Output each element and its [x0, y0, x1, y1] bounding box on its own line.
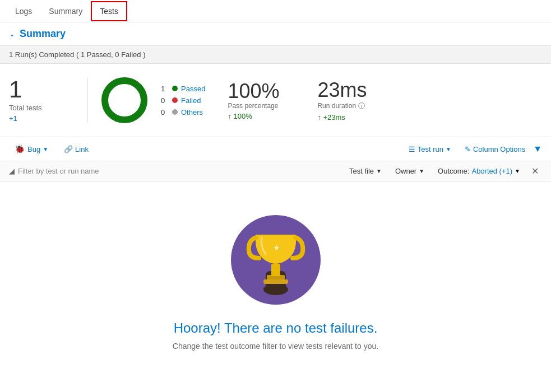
failed-label[interactable]: Failed [181, 96, 201, 105]
empty-subtext: Change the test outcome filter to view t… [173, 342, 378, 351]
bug-icon: 🐞 [15, 144, 25, 154]
outcome-value-text: Aborted (+1) [471, 167, 512, 175]
owner-chevron-icon: ▼ [419, 168, 424, 174]
legend-count-failed: 0 [161, 96, 169, 105]
tab-tests[interactable]: Tests [91, 1, 127, 21]
pass-pct-delta: ↑ 100% [228, 112, 300, 120]
chart-legend: 1 Passed 0 Failed 0 Others [161, 85, 205, 116]
failed-dot [172, 97, 178, 103]
total-tests-label: Total tests [9, 104, 76, 112]
run-info-bar: 1 Run(s) Completed ( 1 Passed, 0 Failed … [0, 46, 551, 64]
chevron-icon: ⌄ [9, 30, 15, 38]
filter-placeholder: Filter by test or run name [18, 167, 99, 175]
bug-chevron-icon: ▼ [43, 146, 48, 152]
info-icon: ⓘ [358, 101, 365, 111]
run-info-text: 1 Run(s) Completed ( 1 Passed, 0 Failed … [9, 50, 146, 59]
svg-rect-5 [263, 279, 288, 284]
toolbar-right: ☰ Test run ▼ ✎ Column Options ▼ [403, 143, 542, 156]
legend-count-others: 0 [161, 108, 169, 116]
passed-label[interactable]: Passed [181, 85, 205, 93]
others-label[interactable]: Others [181, 108, 203, 116]
column-options-button[interactable]: ✎ Column Options [459, 143, 531, 156]
summary-title: Summary [20, 28, 66, 40]
test-run-icon: ☰ [409, 145, 415, 153]
test-file-dropdown[interactable]: Test file ▼ [344, 165, 387, 178]
pass-pct-block: 100% Pass percentage ↑ 100% [228, 80, 300, 121]
toolbar-left: 🐞 Bug ▼ 🔗 Link [9, 142, 403, 156]
pass-pct-value: 100% [228, 80, 300, 102]
owner-dropdown[interactable]: Owner ▼ [390, 165, 430, 178]
test-run-button[interactable]: ☰ Test run ▼ [403, 143, 457, 156]
filter-dropdowns: Test file ▼ Owner ▼ Outcome: Aborted (+1… [344, 165, 542, 178]
outcome-label-text: Outcome: [438, 167, 469, 175]
tab-summary[interactable]: Summary [40, 2, 91, 21]
link-button[interactable]: 🔗 Link [58, 143, 94, 156]
empty-state: ★ Hooray! There are no test failures. Ch… [0, 181, 551, 373]
column-options-icon: ✎ [465, 145, 471, 153]
donut-svg [99, 75, 150, 125]
svg-point-1 [105, 81, 144, 120]
duration-delta: ↑ +23ms [317, 113, 390, 122]
total-tests-number: 1 [9, 78, 76, 101]
trophy-svg: ★ [242, 223, 309, 296]
passed-dot [172, 86, 178, 91]
legend-failed: 0 Failed [161, 96, 205, 105]
outcome-chevron-icon: ▼ [515, 168, 520, 174]
total-tests-delta: +1 [9, 114, 76, 123]
svg-rect-6 [271, 264, 280, 276]
empty-heading: Hooray! There are no test failures. [174, 320, 378, 336]
filter-bar: ◢ Filter by test or run name Test file ▼… [0, 161, 551, 181]
filter-input-area[interactable]: ◢ Filter by test or run name [9, 167, 339, 175]
trophy-circle: ★ [231, 215, 321, 305]
total-tests-block: 1 Total tests +1 [9, 78, 76, 123]
top-tabs-bar: Logs Summary Tests [0, 0, 551, 22]
legend-count-passed: 1 [161, 85, 169, 93]
filter-funnel-icon: ◢ [9, 167, 15, 175]
stats-row: 1 Total tests +1 1 Passed 0 Failed 0 Oth… [0, 64, 551, 137]
tab-logs[interactable]: Logs [7, 2, 40, 21]
donut-chart [99, 75, 150, 125]
bug-button[interactable]: 🐞 Bug ▼ [9, 142, 54, 156]
pass-pct-delta-text: ↑ 100% [228, 112, 252, 120]
duration-delta-text: ↑ +23ms [317, 113, 345, 122]
legend-others: 0 Others [161, 108, 205, 116]
duration-value: 23ms [317, 79, 390, 101]
legend-passed: 1 Passed [161, 85, 205, 93]
summary-header: ⌄ Summary [0, 22, 551, 46]
pass-pct-label: Pass percentage [228, 102, 300, 110]
outcome-dropdown[interactable]: Outcome: Aborted (+1) ▼ [432, 165, 526, 178]
others-dot [172, 109, 178, 115]
svg-text:★: ★ [273, 243, 280, 252]
link-icon: 🔗 [64, 145, 73, 153]
duration-label: Run duration ⓘ [317, 101, 390, 111]
test-file-chevron-icon: ▼ [376, 168, 382, 174]
test-run-chevron-icon: ▼ [446, 146, 451, 152]
toolbar: 🐞 Bug ▼ 🔗 Link ☰ Test run ▼ ✎ Column Opt… [0, 137, 551, 161]
filter-active-icon: ▼ [533, 144, 542, 154]
duration-block: 23ms Run duration ⓘ ↑ +23ms [317, 79, 390, 122]
close-filter-button[interactable]: ✕ [528, 165, 542, 178]
vertical-divider-1 [87, 78, 88, 123]
